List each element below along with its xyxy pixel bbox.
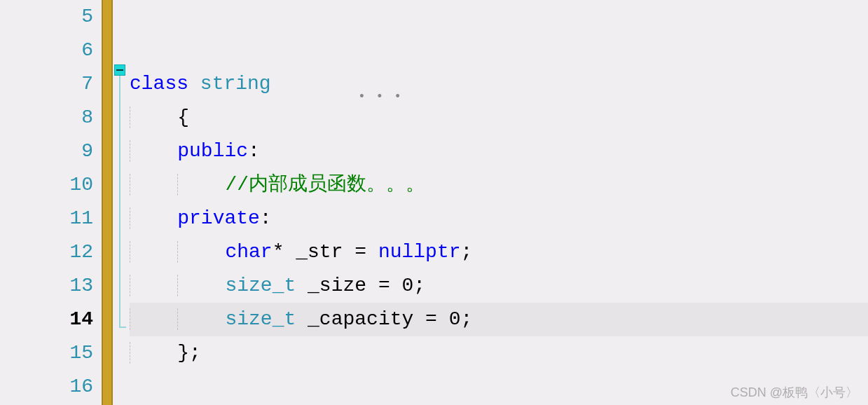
code-token: public <box>177 140 248 162</box>
code-token: char <box>225 241 272 263</box>
code-line[interactable]: char* _str = nullptr; <box>130 235 868 269</box>
fold-guide-end <box>119 327 126 328</box>
code-line[interactable]: }; <box>130 336 868 370</box>
line-number: 7 <box>0 67 93 101</box>
code-token: : <box>260 207 272 229</box>
code-line[interactable]: class string <box>130 67 868 101</box>
code-line[interactable]: private: <box>130 202 868 235</box>
line-number: 16 <box>0 370 93 404</box>
line-number: 5 <box>0 0 93 34</box>
code-line[interactable]: { <box>130 101 868 135</box>
code-token: //内部成员函数。。。 <box>225 174 425 195</box>
code-token: : <box>248 140 260 162</box>
code-token: string <box>200 73 271 95</box>
line-number-gutter: 5678910111213141516 <box>0 0 102 405</box>
code-token: nullptr <box>378 241 461 263</box>
line-number: 14 <box>0 303 93 336</box>
line-number: 9 <box>0 135 93 168</box>
squiggle-dots: • • • <box>358 90 403 104</box>
change-margin-bar <box>102 0 113 405</box>
code-line[interactable]: size_t _size = 0; <box>130 269 868 303</box>
fold-guide-line <box>119 76 120 328</box>
code-line[interactable]: //内部成员函数。。。 <box>130 168 868 202</box>
fold-toggle-icon[interactable] <box>114 64 125 76</box>
line-number: 6 <box>0 34 93 67</box>
code-editor: 5678910111213141516 • • • class string {… <box>0 0 868 405</box>
code-token: ; <box>461 241 473 263</box>
code-line[interactable]: public: <box>130 135 868 168</box>
line-number: 10 <box>0 168 93 202</box>
line-number: 12 <box>0 235 93 269</box>
code-line[interactable] <box>130 34 868 67</box>
code-area[interactable]: • • • class string { public: //内部成员函数。。。… <box>127 0 868 405</box>
code-token: * _str = <box>273 241 378 263</box>
code-token: size_t <box>225 275 296 296</box>
code-token: }; <box>177 342 201 364</box>
line-number: 13 <box>0 269 93 303</box>
line-number: 15 <box>0 336 93 370</box>
line-number: 8 <box>0 101 93 135</box>
code-token: _capacity = 0; <box>296 308 472 330</box>
code-token: { <box>177 107 189 128</box>
code-token: class <box>130 73 200 95</box>
code-token: private <box>177 207 260 229</box>
watermark-text: CSDN @板鸭〈小号〉 <box>731 384 858 401</box>
code-token: _size = 0; <box>296 275 425 296</box>
code-line[interactable] <box>130 0 868 34</box>
line-number: 11 <box>0 202 93 235</box>
code-token: size_t <box>225 308 296 330</box>
fold-column <box>113 0 127 405</box>
code-line[interactable]: size_t _capacity = 0; <box>130 303 868 336</box>
